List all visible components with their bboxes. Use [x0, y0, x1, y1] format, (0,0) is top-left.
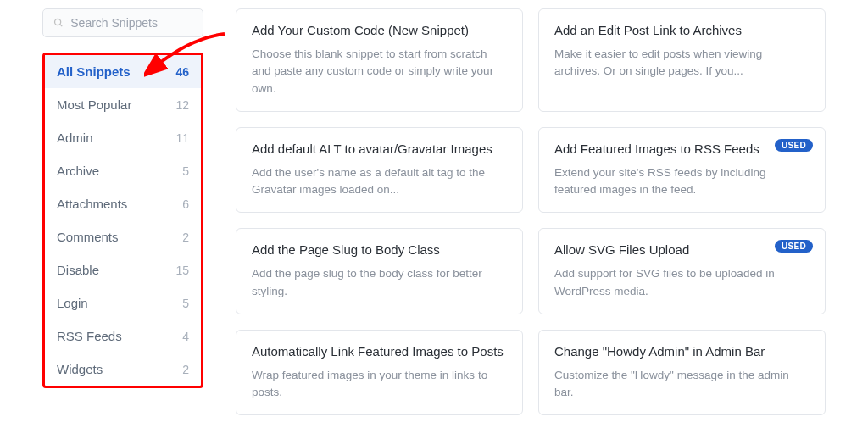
category-count: 5	[182, 164, 189, 178]
category-count: 2	[182, 363, 189, 376]
used-badge: USED	[775, 139, 813, 152]
snippet-card[interactable]: Add the Page Slug to Body Class Add the …	[236, 228, 523, 314]
search-input[interactable]	[70, 16, 192, 30]
sidebar: All Snippets 46 Most Popular 12 Admin 11…	[0, 8, 212, 428]
snippet-card[interactable]: Add an Edit Post Link to Archives Make i…	[538, 8, 826, 112]
category-rss-feeds[interactable]: RSS Feeds 4	[45, 320, 201, 353]
app-container: All Snippets 46 Most Popular 12 Admin 11…	[0, 0, 868, 428]
snippet-title: Allow SVG Files Upload	[554, 242, 810, 257]
snippet-title: Change "Howdy Admin" in Admin Bar	[554, 344, 810, 359]
search-box[interactable]	[42, 8, 203, 37]
category-count: 12	[175, 98, 189, 112]
category-comments[interactable]: Comments 2	[45, 220, 201, 253]
snippet-card[interactable]: Add Your Custom Code (New Snippet) Choos…	[236, 8, 523, 112]
category-disable[interactable]: Disable 15	[45, 253, 201, 286]
category-count: 2	[182, 231, 189, 244]
snippet-title: Add the Page Slug to Body Class	[252, 242, 507, 257]
category-label: Comments	[57, 230, 119, 244]
category-list: All Snippets 46 Most Popular 12 Admin 11…	[42, 53, 203, 388]
category-all-snippets[interactable]: All Snippets 46	[45, 55, 201, 88]
category-most-popular[interactable]: Most Popular 12	[45, 88, 201, 121]
category-label: Attachments	[57, 197, 127, 211]
svg-line-1	[60, 25, 63, 27]
category-count: 46	[175, 65, 189, 79]
snippet-desc: Customize the "Howdy" message in the adm…	[554, 367, 810, 402]
snippet-title: Add Your Custom Code (New Snippet)	[252, 23, 507, 37]
category-count: 5	[182, 297, 189, 310]
snippet-desc: Add the user's name as a default alt tag…	[252, 164, 507, 199]
category-count: 15	[175, 264, 189, 277]
category-count: 11	[175, 131, 189, 145]
category-archive[interactable]: Archive 5	[45, 154, 201, 187]
used-badge: USED	[775, 240, 813, 253]
category-login[interactable]: Login 5	[45, 286, 201, 320]
snippet-title: Add an Edit Post Link to Archives	[554, 23, 810, 37]
category-widgets[interactable]: Widgets 2	[45, 353, 201, 386]
category-count: 4	[182, 330, 189, 343]
category-label: Widgets	[57, 362, 103, 376]
category-label: RSS Feeds	[57, 329, 122, 343]
snippet-desc: Extend your site's RSS feeds by includin…	[554, 164, 810, 199]
snippet-card[interactable]: Automatically Link Featured Images to Po…	[236, 330, 523, 416]
snippet-grid: Add Your Custom Code (New Snippet) Choos…	[212, 8, 868, 428]
snippet-title: Add default ALT to avatar/Gravatar Image…	[252, 142, 507, 156]
category-label: Most Popular	[57, 97, 131, 112]
category-label: Archive	[57, 164, 99, 178]
category-attachments[interactable]: Attachments 6	[45, 187, 201, 220]
category-admin[interactable]: Admin 11	[45, 121, 201, 154]
category-count: 6	[182, 197, 189, 211]
category-label: Login	[57, 296, 88, 310]
category-label: Disable	[57, 263, 99, 277]
category-label: All Snippets	[57, 64, 131, 79]
snippet-title: Add Featured Images to RSS Feeds	[554, 142, 810, 156]
snippet-desc: Choose this blank snippet to start from …	[252, 46, 507, 97]
svg-point-0	[55, 19, 61, 25]
snippet-desc: Add the page slug to the body class for …	[252, 265, 507, 300]
snippet-desc: Wrap featured images in your theme in li…	[252, 367, 507, 402]
snippet-card[interactable]: Add default ALT to avatar/Gravatar Image…	[236, 127, 523, 214]
search-icon	[53, 17, 64, 29]
snippet-card[interactable]: Change "Howdy Admin" in Admin Bar Custom…	[538, 330, 826, 416]
snippet-desc: Make it easier to edit posts when viewin…	[554, 46, 810, 81]
snippet-title: Automatically Link Featured Images to Po…	[252, 344, 507, 359]
category-label: Admin	[57, 131, 93, 145]
snippet-card[interactable]: USED Allow SVG Files Upload Add support …	[538, 228, 826, 314]
snippet-desc: Add support for SVG files to be uploaded…	[554, 265, 810, 300]
snippet-card[interactable]: USED Add Featured Images to RSS Feeds Ex…	[538, 127, 826, 214]
